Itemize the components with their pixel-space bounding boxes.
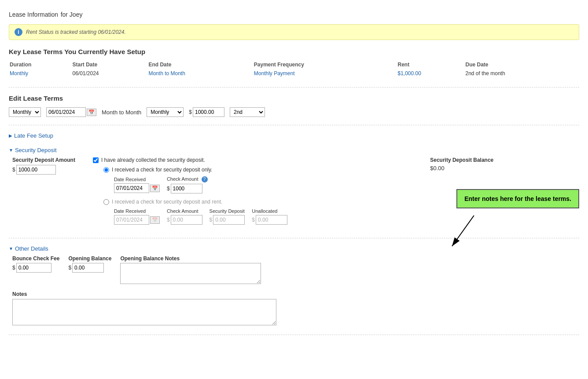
late-fee-header[interactable]: Late Fee Setup bbox=[9, 132, 579, 139]
opening-balance-group: Opening Balance $ bbox=[68, 255, 111, 273]
tooltip-container: Enter notes here for the lease terms. bbox=[430, 189, 579, 208]
row-start-date: 06/01/2024 bbox=[72, 70, 147, 78]
late-fee-arrow-icon bbox=[9, 133, 12, 138]
security-deposit-header[interactable]: Security Deposit bbox=[9, 147, 579, 153]
col-duration: Duration bbox=[10, 62, 71, 69]
radio1-row: I received a check for security deposit … bbox=[103, 167, 412, 173]
radio1-check-amount-label: Check Amount ? bbox=[167, 176, 208, 182]
radio1-label: I received a check for security deposit … bbox=[112, 167, 213, 173]
start-date-input[interactable] bbox=[46, 107, 86, 117]
sd-balance-section: Security Deposit Balance $0.00 bbox=[430, 157, 579, 171]
late-fee-label: Late Fee Setup bbox=[14, 132, 53, 139]
radio1-input[interactable] bbox=[103, 167, 109, 173]
radio2-sec-deposit-label: Security Deposit bbox=[209, 208, 245, 214]
radio2-date-input bbox=[114, 215, 149, 225]
notes-label: Notes bbox=[12, 291, 579, 297]
sd-amount-label: Security Deposit Amount bbox=[12, 157, 75, 163]
radio2-unallocated-label: Unallocated bbox=[252, 208, 287, 214]
radio2-label: I received a check for security deposit … bbox=[112, 199, 222, 205]
info-banner: i Rent Status is tracked starting 06/01/… bbox=[9, 24, 579, 40]
radio1-sub-fields: Date Received 📅 Check Amount ? bbox=[114, 176, 412, 193]
opening-balance-input[interactable] bbox=[72, 263, 104, 273]
row-rent: $1,000.00 bbox=[398, 70, 465, 78]
radio2-row: I received a check for security deposit … bbox=[103, 199, 412, 205]
duration-select[interactable]: Monthly Weekly Yearly Fixed bbox=[9, 107, 41, 117]
sd-balance-label: Security Deposit Balance bbox=[430, 157, 579, 163]
opening-balance-notes-textarea[interactable] bbox=[120, 263, 261, 284]
key-terms-table: Duration Start Date End Date Payment Fre… bbox=[9, 61, 579, 79]
security-deposit-arrow-icon bbox=[9, 148, 13, 153]
frequency-select[interactable]: Monthly Weekly Bi-Weekly bbox=[147, 107, 184, 117]
collected-checkbox-label: I have already collected the security de… bbox=[101, 157, 205, 163]
row-end-date: Month to Month bbox=[148, 70, 253, 78]
radio2-input[interactable] bbox=[103, 199, 109, 205]
sd-balance-value: $0.00 bbox=[430, 165, 579, 171]
radio1-date-input[interactable] bbox=[114, 183, 149, 193]
tooltip-arrow-icon bbox=[448, 215, 483, 251]
late-fee-section: Late Fee Setup bbox=[9, 132, 579, 139]
row-payment-frequency: Monthly Payment bbox=[254, 70, 397, 78]
row-duration: Monthly bbox=[10, 70, 71, 78]
tooltip-box: Enter notes here for the lease terms. bbox=[456, 189, 579, 208]
key-terms-heading: Key Lease Terms You Currently Have Setup bbox=[9, 48, 579, 55]
bounce-check-fee-input[interactable] bbox=[16, 263, 51, 273]
col-due-date: Due Date bbox=[466, 62, 579, 69]
rent-amount-wrapper: $ bbox=[189, 107, 224, 117]
security-deposit-label: Security Deposit bbox=[15, 147, 57, 153]
other-details-form-row: Bounce Check Fee $ Opening Balance $ Ope… bbox=[12, 255, 579, 284]
bounce-check-fee-group: Bounce Check Fee $ bbox=[12, 255, 59, 273]
radio2-date-label: Date Received bbox=[114, 208, 160, 214]
security-deposit-section: Security Deposit Security Deposit Amount… bbox=[9, 147, 579, 230]
bounce-check-fee-label: Bounce Check Fee bbox=[12, 255, 59, 262]
col-payment-frequency: Payment Frequency bbox=[254, 62, 397, 69]
radio2-sub-fields: Date Received 📅 Check Amount $ bbox=[114, 208, 412, 225]
radio1-calendar-button[interactable]: 📅 bbox=[150, 185, 160, 192]
svg-line-1 bbox=[452, 215, 474, 246]
col-rent: Rent bbox=[398, 62, 465, 69]
radio2-check-amount-label: Check Amount bbox=[167, 208, 202, 214]
rent-amount-input[interactable] bbox=[193, 107, 224, 117]
start-date-calendar-button[interactable]: 📅 bbox=[87, 109, 96, 116]
radio2-check-amount-input bbox=[171, 215, 202, 225]
sd-amount-wrapper: $ bbox=[12, 165, 75, 175]
start-date-wrapper: 📅 bbox=[46, 107, 96, 117]
opening-balance-label: Opening Balance bbox=[68, 255, 111, 262]
due-day-select[interactable]: 2nd 1st 3rd 4th 5th bbox=[230, 107, 265, 117]
check-amount-help-icon: ? bbox=[202, 176, 208, 182]
page-title: Lease Information for Joey bbox=[9, 9, 579, 19]
opening-balance-notes-label: Opening Balance Notes bbox=[120, 255, 261, 262]
edit-lease-heading: Edit Lease Terms bbox=[9, 95, 579, 102]
notes-textarea[interactable] bbox=[12, 299, 276, 325]
radio1-date-label: Date Received bbox=[114, 177, 160, 182]
notes-section: Notes bbox=[12, 291, 579, 327]
info-icon: i bbox=[15, 28, 22, 36]
other-details-header[interactable]: Other Details bbox=[9, 245, 579, 252]
other-details-arrow-icon bbox=[9, 246, 13, 251]
radio2-unallocated-input bbox=[256, 215, 287, 225]
sd-amount-input[interactable] bbox=[16, 165, 56, 175]
col-start-date: Start Date bbox=[72, 62, 147, 69]
collected-checkbox[interactable] bbox=[93, 157, 99, 163]
other-details-section: Other Details Bounce Check Fee $ Opening… bbox=[9, 245, 579, 327]
collected-checkbox-row: I have already collected the security de… bbox=[93, 157, 412, 163]
radio2-calendar-button: 📅 bbox=[150, 216, 160, 224]
other-details-label: Other Details bbox=[15, 245, 48, 252]
radio2-sec-deposit-input bbox=[213, 215, 245, 225]
edit-lease-row: Monthly Weekly Yearly Fixed 📅 Month to M… bbox=[9, 107, 579, 117]
radio1-check-amount-input[interactable] bbox=[171, 184, 202, 193]
col-end-date: End Date bbox=[148, 62, 253, 69]
end-date-display: Month to Month bbox=[102, 109, 141, 116]
row-due-date: 2nd of the month bbox=[466, 70, 579, 78]
opening-balance-notes-group: Opening Balance Notes bbox=[120, 255, 261, 284]
